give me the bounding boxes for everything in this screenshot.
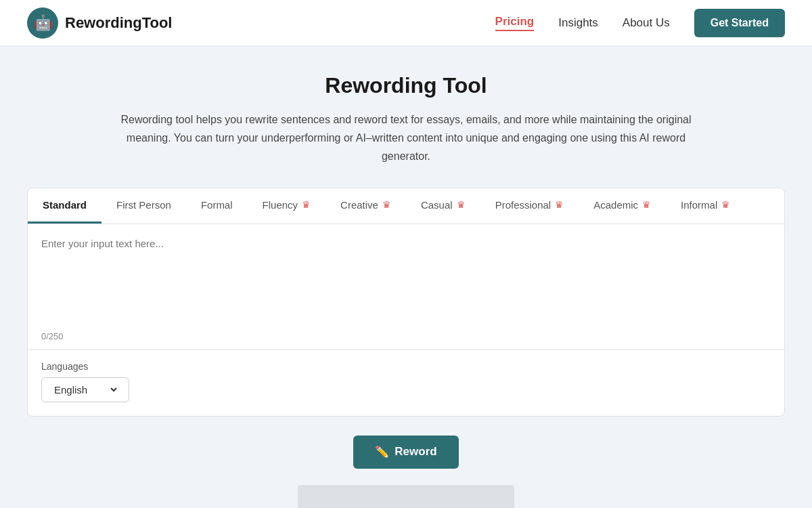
nav-pricing[interactable]: Pricing (495, 15, 535, 31)
char-count: 0/250 (28, 329, 784, 350)
logo-icon: 🤖 (27, 7, 58, 39)
navbar: 🤖 RewordingTool Pricing Insights About U… (0, 0, 812, 46)
main-content: Rewording Tool Rewording tool helps you … (14, 46, 798, 508)
tabs-bar: Standard First Person Formal Fluency ♛ C… (28, 188, 784, 224)
language-select-wrapper[interactable]: English Spanish French German Italian Po… (41, 377, 129, 402)
tab-first-person[interactable]: First Person (102, 188, 186, 224)
textarea-wrapper: 0/250 (28, 224, 784, 350)
professional-crown-icon: ♛ (555, 199, 564, 210)
logo-text: RewordingTool (65, 14, 172, 32)
input-textarea[interactable] (28, 224, 784, 326)
tab-casual[interactable]: Casual ♛ (406, 188, 480, 224)
tab-formal[interactable]: Formal (186, 188, 248, 224)
reword-label: Reword (394, 445, 436, 459)
logo-link[interactable]: 🤖 RewordingTool (27, 7, 172, 39)
reword-button[interactable]: ✏️ Reword (353, 436, 458, 469)
academic-crown-icon: ♛ (642, 199, 651, 210)
informal-crown-icon: ♛ (721, 199, 730, 210)
tab-casual-label: Casual (421, 199, 453, 211)
language-section: Languages English Spanish French German … (28, 350, 784, 416)
tab-professional-label: Professional (495, 199, 551, 211)
creative-crown-icon: ♛ (382, 199, 391, 210)
casual-crown-icon: ♛ (457, 199, 466, 210)
ad-placeholder (298, 485, 514, 508)
tab-standard-label: Standard (43, 199, 87, 211)
tool-card: Standard First Person Formal Fluency ♛ C… (27, 188, 785, 417)
hero-section: Rewording Tool Rewording tool helps you … (27, 73, 785, 166)
tab-academic-label: Academic (593, 199, 638, 211)
page-title: Rewording Tool (27, 73, 785, 98)
tab-formal-label: Formal (201, 199, 233, 211)
tab-informal-label: Informal (681, 199, 717, 211)
nav-insights[interactable]: Insights (558, 16, 598, 30)
tab-fluency[interactable]: Fluency ♛ (248, 188, 326, 224)
language-dropdown[interactable]: English Spanish French German Italian Po… (51, 383, 119, 396)
tab-academic[interactable]: Academic ♛ (579, 188, 666, 224)
fluency-crown-icon: ♛ (302, 199, 311, 210)
get-started-button[interactable]: Get Started (694, 9, 785, 37)
tab-professional[interactable]: Professional ♛ (480, 188, 579, 224)
hero-description: Rewording tool helps you rewrite sentenc… (115, 110, 697, 166)
reword-icon: ✏️ (375, 445, 389, 459)
language-label: Languages (41, 361, 771, 372)
tab-standard[interactable]: Standard (28, 188, 102, 224)
nav-about[interactable]: About Us (623, 16, 670, 30)
tab-first-person-label: First Person (116, 199, 171, 211)
tab-fluency-label: Fluency (263, 199, 298, 211)
tab-creative-label: Creative (340, 199, 378, 211)
tab-creative[interactable]: Creative ♛ (325, 188, 406, 224)
reword-button-wrapper: ✏️ Reword (27, 436, 785, 469)
navbar-nav: Pricing Insights About Us Get Started (495, 9, 785, 37)
tab-informal[interactable]: Informal ♛ (666, 188, 745, 224)
